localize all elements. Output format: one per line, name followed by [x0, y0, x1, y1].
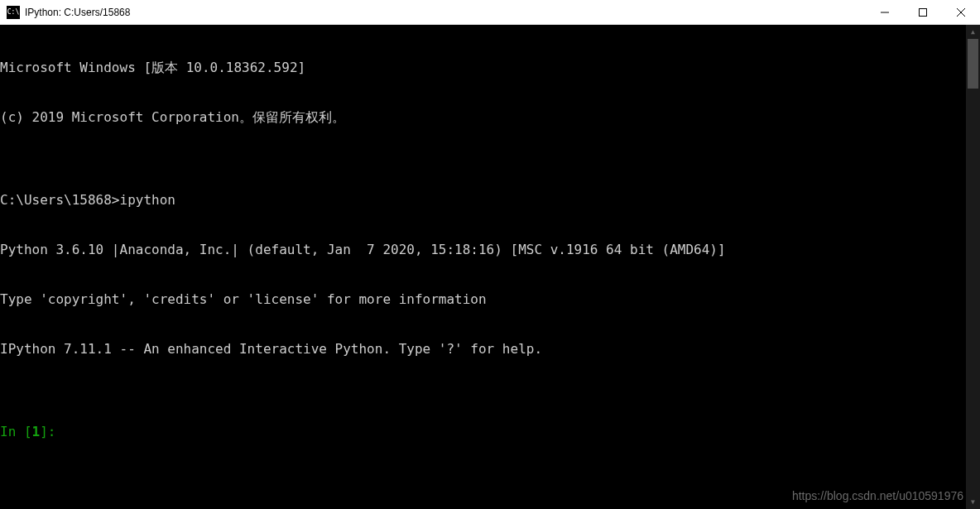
prompt-prefix: In [: [0, 424, 32, 439]
watermark-text: https://blog.csdn.net/u010591976: [792, 487, 963, 504]
scroll-thumb[interactable]: [968, 39, 978, 89]
terminal-line: Type 'copyright', 'credits' or 'license'…: [0, 291, 980, 308]
terminal-content: Microsoft Windows [版本 10.0.18362.592] (c…: [0, 25, 980, 473]
scroll-down-icon[interactable]: ▼: [966, 495, 980, 509]
window-controls: [866, 0, 980, 24]
close-button[interactable]: [942, 0, 980, 25]
maximize-button[interactable]: [904, 0, 942, 25]
window-title: IPython: C:Users/15868: [25, 7, 866, 18]
svg-rect-1: [920, 9, 927, 17]
terminal-line: (c) 2019 Microsoft Corporation。保留所有权利。: [0, 109, 980, 126]
scroll-up-icon[interactable]: ▲: [966, 25, 980, 39]
terminal-line: C:\Users\15868>ipython: [0, 192, 980, 209]
terminal-line: IPython 7.11.1 -- An enhanced Interactiv…: [0, 341, 980, 358]
scrollbar[interactable]: ▲ ▼: [966, 25, 980, 509]
prompt-suffix: ]:: [40, 424, 55, 439]
app-icon: C:\: [7, 6, 20, 19]
prompt-number: 1: [32, 424, 41, 439]
terminal-area[interactable]: Microsoft Windows [版本 10.0.18362.592] (c…: [0, 25, 980, 509]
terminal-line: Python 3.6.10 |Anaconda, Inc.| (default,…: [0, 242, 980, 258]
terminal-line: Microsoft Windows [版本 10.0.18362.592]: [0, 60, 980, 76]
minimize-button[interactable]: [866, 0, 904, 25]
titlebar: C:\ IPython: C:Users/15868: [0, 0, 980, 25]
ipython-prompt[interactable]: In [1]:: [0, 424, 980, 440]
